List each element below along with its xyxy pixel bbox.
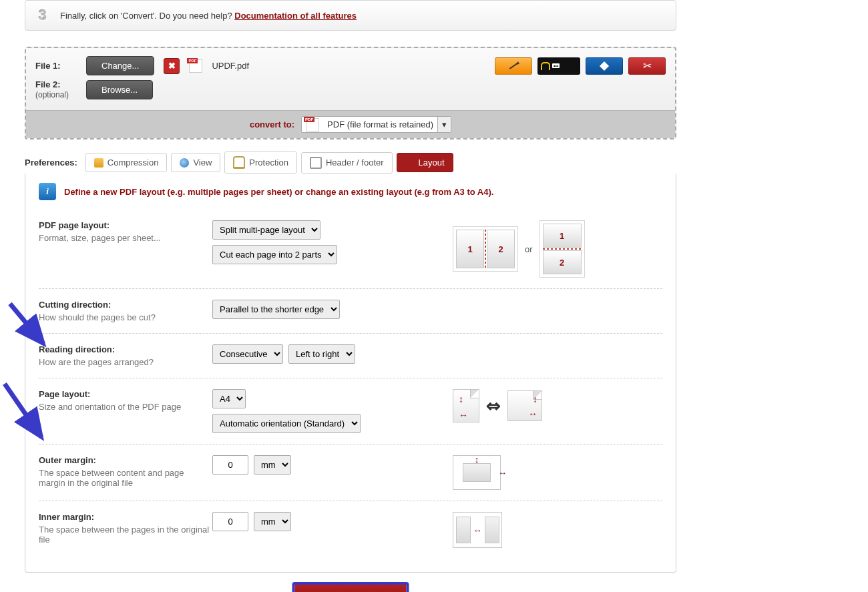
chevron-down-icon[interactable]: ▾ [437, 117, 451, 132]
cut-button[interactable]: ✂ [628, 57, 666, 75]
file-row-1: File 1: Change... ✖ UPDF.pdf ••• ✂ [35, 56, 666, 75]
page-layout-title: Page layout: [39, 389, 212, 399]
change-file-button[interactable]: Change... [86, 56, 154, 75]
rotate-icon [600, 61, 609, 70]
pdf-icon-select [306, 118, 319, 131]
rotate-button[interactable] [586, 57, 623, 75]
option-cutting-direction: Cutting direction: How should the pages … [39, 289, 662, 334]
step-number: 3 [35, 7, 51, 23]
diag-page-2: 2 [487, 230, 515, 268]
step-3-banner: 3 Finally, click on 'Convert'. Do you ne… [25, 0, 676, 31]
tab-compression[interactable]: Compression [85, 153, 168, 172]
protection-icon [233, 156, 245, 169]
tab-layout-label: Layout [419, 158, 445, 168]
page-landscape-icon: ↕↔ [507, 390, 542, 421]
footer-row: Convert Reset [25, 582, 676, 592]
outer-margin-unit-select[interactable]: mm [254, 455, 291, 475]
read-desc: How are the pages arranged? [39, 357, 212, 367]
option-inner-margin: Inner margin: The space between the page… [39, 501, 662, 559]
convert-to-select[interactable]: PDF (file format is retained) ▾ [301, 116, 451, 133]
view-icon [180, 158, 189, 168]
scissors-icon: ✂ [643, 59, 652, 72]
tab-protection-label: Protection [249, 158, 288, 168]
outer-margin-title: Outer margin: [39, 455, 212, 465]
password-button[interactable]: ••• [537, 57, 580, 75]
step-text: Finally, click on 'Convert'. Do you need… [60, 11, 357, 21]
pdf-layout-desc: Format, size, pages per sheet... [39, 233, 212, 243]
magic-wand-button[interactable] [495, 57, 532, 75]
option-pdf-page-layout: PDF page layout: Format, size, pages per… [39, 210, 662, 289]
diag-page-1b: 1 [543, 224, 582, 248]
preferences-tabs: Preferences: Compression View Protection… [25, 152, 676, 174]
tab-protection[interactable]: Protection [224, 152, 297, 174]
tab-header-label: Header / footer [326, 158, 384, 168]
pdf-layout-select-2[interactable]: Cut each page into 2 parts [212, 245, 337, 264]
lock-icon [541, 62, 550, 70]
read-title: Reading direction: [39, 344, 212, 354]
file2-label: File 2: (optional) [35, 79, 77, 99]
split-horizontal-diagram: 1 2 [453, 226, 518, 272]
inner-margin-unit-select[interactable]: mm [254, 512, 291, 531]
browse-file-button[interactable]: Browse... [86, 80, 153, 99]
file1-name: UPDF.pdf [212, 61, 249, 71]
tab-layout[interactable]: Layout [397, 153, 453, 172]
diag-page-1: 1 [456, 230, 484, 268]
or-text: or [525, 244, 533, 254]
inner-margin-diagram: ↔ [453, 512, 502, 548]
tab-view-label: View [193, 158, 212, 168]
tab-compression-label: Compression [107, 158, 159, 168]
pdf-layout-title: PDF page layout: [39, 220, 212, 230]
info-row: i Define a new PDF layout (e.g. multiple… [39, 183, 662, 200]
info-icon: i [39, 183, 56, 200]
option-reading-direction: Reading direction: How are the pages arr… [39, 334, 662, 378]
file2-label-text: File 2: [35, 79, 61, 89]
inner-margin-input[interactable] [212, 512, 248, 531]
reading-order-select[interactable]: Consecutive [212, 344, 283, 364]
option-outer-margin: Outer margin: The space between content … [39, 445, 662, 501]
outer-margin-diagram: ↕ ↔ [453, 455, 501, 490]
pdf-icon [189, 59, 202, 73]
cut-title: Cutting direction: [39, 300, 212, 310]
page-size-select[interactable]: A4 [212, 389, 246, 408]
preferences-label: Preferences: [25, 158, 77, 168]
password-dots: ••• [552, 63, 560, 68]
orientation-select[interactable]: Automatic orientation (Standard) [212, 414, 361, 433]
option-page-layout: Page layout: Size and orientation of the… [39, 378, 662, 445]
outer-margin-input[interactable] [212, 455, 248, 475]
reading-direction-select[interactable]: Left to right [288, 344, 355, 364]
bi-arrow-icon: ⇔ [486, 396, 501, 416]
outer-margin-desc: The space between content and page margi… [39, 468, 212, 488]
convert-button[interactable]: Convert [292, 582, 409, 592]
inner-margin-title: Inner margin: [39, 512, 212, 522]
tab-header-footer[interactable]: Header / footer [301, 152, 393, 174]
cut-desc: How should the pages be cut? [39, 312, 212, 322]
wand-icon [507, 61, 519, 71]
convert-to-value: PDF (file format is retained) [323, 117, 437, 132]
diag-page-2b: 2 [543, 250, 582, 274]
header-footer-icon [310, 157, 322, 169]
tool-row: ••• ✂ [495, 57, 666, 75]
page-portrait-icon: ↕↔ [453, 389, 479, 422]
tab-view[interactable]: View [171, 153, 220, 172]
cut-direction-select[interactable]: Parallel to the shorter edge [212, 300, 340, 319]
convert-to-bar: convert to: PDF (file format is retained… [26, 110, 675, 138]
file1-label: File 1: [35, 61, 77, 71]
step-text-a: Finally, click on 'Convert'. Do you need… [60, 11, 234, 21]
file-row-2: File 2: (optional) Browse... [35, 79, 666, 99]
convert-to-label: convert to: [250, 119, 294, 129]
remove-file-button[interactable]: ✖ [164, 58, 180, 74]
page-layout-desc: Size and orientation of the PDF page [39, 402, 212, 412]
inner-margin-desc: The space between the pages in the origi… [39, 525, 212, 545]
file-box: File 1: Change... ✖ UPDF.pdf ••• ✂ File … [25, 47, 676, 139]
file2-optional: (optional) [35, 90, 69, 99]
info-text: Define a new PDF layout (e.g. multiple p… [64, 187, 493, 197]
pdf-layout-select-1[interactable]: Split multi-page layout [212, 220, 320, 240]
documentation-link[interactable]: Documentation of all features [234, 11, 357, 21]
layout-panel: i Define a new PDF layout (e.g. multiple… [25, 174, 676, 573]
split-vertical-diagram: 1 2 [539, 220, 585, 278]
compression-icon [94, 158, 103, 168]
layout-icon [405, 158, 415, 168]
